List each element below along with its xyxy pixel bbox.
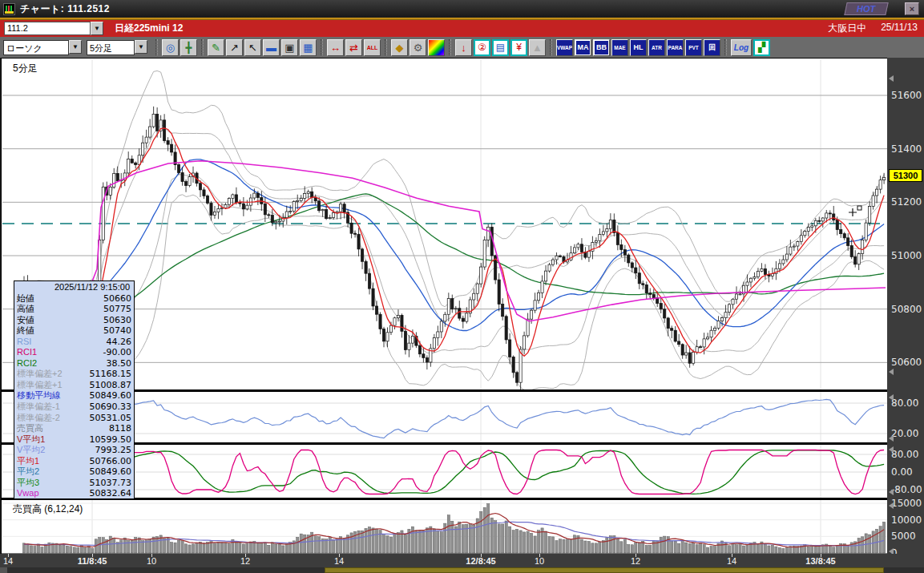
price-axis-label: 51200 xyxy=(891,196,922,208)
tooltip-row-label: 平均1 xyxy=(17,456,39,467)
tooltip-row-value: 7993.25 xyxy=(95,445,132,456)
tooltip-row-value: 10599.50 xyxy=(90,434,132,446)
tooltip-row: RCI1-90.00 xyxy=(17,347,131,358)
tooltip-row-value: 51168.15 xyxy=(90,369,132,380)
tooltip-row-label: 平均2 xyxy=(17,466,39,478)
price-chart[interactable] xyxy=(0,0,924,573)
panel-scroll-arrow-icon[interactable] xyxy=(889,489,894,495)
tooltip-row: RSI44.26 xyxy=(17,337,131,348)
tooltip-row: 平均250849.60 xyxy=(17,466,131,478)
tooltip-row-label: 始値 xyxy=(17,293,34,305)
tooltip-row: 終値50740 xyxy=(17,325,131,337)
tooltip-row-label: 移動平均線 xyxy=(17,390,61,402)
volume-panel-label: 売買高 (6,12,24) xyxy=(13,502,83,516)
tooltip-row: 標準偏差-150690.33 xyxy=(17,402,131,413)
chart-window: チャート: 111.2512 HOT × 111.2 ▼ 日経225mini 1… xyxy=(0,0,924,573)
tooltip-row: 平均150766.00 xyxy=(17,456,131,467)
tooltip-row-value: 51037.73 xyxy=(90,478,132,489)
panel-scroll-arrow-icon[interactable] xyxy=(889,75,894,82)
panel-scroll-arrow-icon[interactable] xyxy=(889,394,894,401)
tooltip-row: Vwap50832.64 xyxy=(17,488,131,499)
panel-scroll-arrow-icon[interactable] xyxy=(889,369,894,375)
tooltip-row-value: 50630 xyxy=(103,315,131,326)
price-axis-label: 51000 xyxy=(891,250,922,261)
tooltip-row-label: 標準偏差-1 xyxy=(17,402,60,413)
panel-scroll-arrow-icon[interactable] xyxy=(889,502,894,509)
tooltip-row-value: -90.00 xyxy=(103,347,131,358)
volume-axis-label: 5000 xyxy=(891,531,916,542)
tooltip-row-label: 平均3 xyxy=(17,478,39,489)
time-axis-label: 12 xyxy=(240,556,250,566)
tooltip-row-label: RCI2 xyxy=(17,358,37,369)
tooltip-row: 標準偏差+151008.87 xyxy=(17,380,131,391)
rci-axis-label: -80.00 xyxy=(891,484,922,495)
tooltip-row: 安値50630 xyxy=(17,315,131,326)
tooltip-row-label: RCI1 xyxy=(17,347,37,358)
time-axis-label: 12 xyxy=(631,556,640,566)
tooltip-row-value: 50766.00 xyxy=(90,456,132,467)
tooltip-row: 高値50775 xyxy=(17,304,131,315)
rsi-axis-label: 80.00 xyxy=(891,397,918,409)
tooltip-row-label: 標準偏差+1 xyxy=(17,380,63,391)
tooltip-datetime: 2025/11/12 9:15:00 xyxy=(17,282,131,293)
tooltip-row-label: 標準偏差+2 xyxy=(17,369,63,380)
time-axis-label: 12/8:45 xyxy=(466,556,495,566)
price-axis[interactable]: 51600514005120051000508005060080.0020.00… xyxy=(887,58,924,567)
tooltip-row-value: 50849.60 xyxy=(90,466,132,478)
tooltip-row-value: 50849.60 xyxy=(90,390,132,402)
scrollbar-thumb[interactable] xyxy=(325,567,884,573)
rsi-axis-label: 20.00 xyxy=(891,428,918,439)
tooltip-row-label: 安値 xyxy=(17,315,34,326)
tooltip-row-value: 8118 xyxy=(109,423,131,434)
candle-data-tooltip: 2025/11/12 9:15:00 始値50660高値50775安値50630… xyxy=(14,280,135,499)
horizontal-scrollbar[interactable] xyxy=(0,567,924,573)
tooltip-row: 始値50660 xyxy=(17,293,131,305)
tooltip-row-value: 50531.05 xyxy=(90,413,132,424)
time-axis-label: 14 xyxy=(727,556,736,566)
tooltip-row-value: 38.50 xyxy=(107,358,132,369)
time-axis-label: 14 xyxy=(3,556,13,566)
tooltip-row-value: 50832.64 xyxy=(90,488,132,499)
time-axis-label: 13/8:45 xyxy=(805,556,835,566)
tooltip-row: V平均110599.50 xyxy=(17,434,131,446)
tooltip-row: 標準偏差-250531.05 xyxy=(17,413,131,424)
price-axis-label: 50800 xyxy=(891,304,922,315)
tooltip-row-value: 50775 xyxy=(103,304,131,315)
tooltip-row: RCI238.50 xyxy=(17,358,131,369)
time-axis-label: 14 xyxy=(334,556,344,566)
tooltip-row: 標準偏差+251168.15 xyxy=(17,369,131,380)
tooltip-row: 平均351037.73 xyxy=(17,478,131,489)
tooltip-row-label: V平均1 xyxy=(17,434,45,446)
scrollbar-button[interactable] xyxy=(0,567,7,573)
timeframe-chart-label: 5分足 xyxy=(13,62,38,75)
tooltip-row-label: 高値 xyxy=(17,304,34,315)
tooltip-row: 移動平均線50849.60 xyxy=(17,390,131,402)
tooltip-row-label: 標準偏差-2 xyxy=(17,413,60,424)
current-price-tag: 51300 xyxy=(889,169,922,182)
tooltip-row-value: 50660 xyxy=(103,293,131,305)
tooltip-row-label: Vwap xyxy=(17,488,39,499)
time-axis: 1411/8:4510121412/8:4510121413/8:45 xyxy=(0,554,924,567)
tooltip-row: V平均27993.25 xyxy=(17,445,131,456)
panel-scroll-arrow-icon[interactable] xyxy=(889,446,894,453)
tooltip-row-label: V平均2 xyxy=(17,445,45,456)
volume-axis-label: 10000 xyxy=(891,514,922,526)
rci-axis-label: 80.00 xyxy=(891,449,918,460)
tooltip-row-label: 売買高 xyxy=(17,423,43,434)
volume-axis-label: 15000 xyxy=(891,498,922,509)
price-axis-label: 50600 xyxy=(891,357,922,368)
price-axis-label: 51400 xyxy=(891,143,922,155)
tooltip-row-label: RSI xyxy=(17,337,31,348)
tooltip-row-value: 51008.87 xyxy=(90,380,132,391)
tooltip-row: 売買高8118 xyxy=(17,423,131,434)
price-axis-label: 51600 xyxy=(891,90,922,101)
time-axis-label: 11/8:45 xyxy=(78,556,107,566)
time-axis-label: 10 xyxy=(147,556,156,566)
panel-scroll-arrow-icon[interactable] xyxy=(889,435,894,442)
tooltip-row-value: 50740 xyxy=(103,325,131,337)
tooltip-row-value: 50690.33 xyxy=(90,402,132,413)
time-axis-label: 10 xyxy=(535,556,544,566)
tooltip-row-value: 44.26 xyxy=(107,337,132,348)
tooltip-row-label: 終値 xyxy=(17,325,34,337)
rci-axis-label: 0.00 xyxy=(891,466,913,478)
